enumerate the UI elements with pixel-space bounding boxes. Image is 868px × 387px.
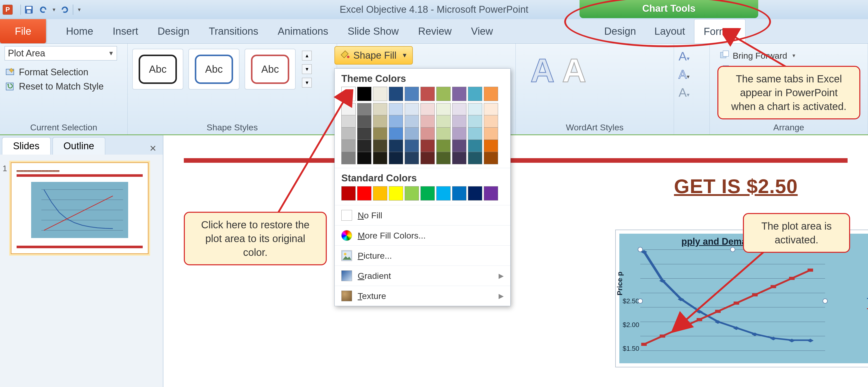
standard-color-swatch[interactable] [436, 186, 451, 200]
chart-legend[interactable]: Demand Supply [867, 292, 868, 315]
tab-animations[interactable]: Animations [268, 19, 338, 43]
theme-color-swatch[interactable] [452, 87, 466, 101]
theme-shade-swatch[interactable] [436, 103, 451, 115]
standard-color-swatch[interactable] [421, 186, 435, 200]
theme-shade-swatch[interactable] [373, 128, 387, 140]
theme-shade-swatch[interactable] [357, 152, 371, 164]
slide-thumbnail-1[interactable]: ▬▬▬▬▬▬▬▬▬▬▬▬ [11, 162, 149, 254]
theme-shade-swatch[interactable] [436, 115, 451, 128]
theme-shade-swatch[interactable] [389, 128, 403, 140]
theme-shade-swatch[interactable] [357, 140, 371, 152]
theme-color-swatch[interactable] [389, 87, 403, 101]
pane-tab-slides[interactable]: Slides [2, 137, 51, 155]
theme-shade-swatch[interactable] [452, 128, 466, 140]
theme-shade-swatch[interactable] [389, 103, 403, 115]
theme-shade-swatch[interactable] [436, 128, 451, 140]
wordart-preset-2[interactable]: A [562, 51, 586, 90]
scroll-down-icon[interactable]: ▾ [302, 64, 312, 74]
theme-shade-swatch[interactable] [484, 140, 498, 152]
theme-color-swatch[interactable] [373, 87, 387, 101]
texture-fill-item[interactable]: Texture ▶ [335, 286, 510, 306]
standard-color-swatch[interactable] [452, 186, 466, 200]
chart-element-selector[interactable]: Plot Area ▼ [5, 46, 117, 61]
wordart-preset-1[interactable]: A [530, 51, 555, 90]
undo-icon[interactable] [38, 5, 48, 14]
standard-color-swatch[interactable] [389, 186, 403, 200]
theme-shade-swatch[interactable] [389, 140, 403, 152]
theme-shade-swatch[interactable] [452, 152, 466, 164]
scroll-up-icon[interactable]: ▴ [302, 51, 312, 61]
theme-shade-swatch[interactable] [484, 103, 498, 115]
standard-color-swatch[interactable] [341, 186, 355, 200]
tab-view[interactable]: View [461, 19, 503, 43]
tab-slideshow[interactable]: Slide Show [338, 19, 408, 43]
theme-shade-swatch[interactable] [405, 128, 419, 140]
gradient-fill-item[interactable]: Gradient ▶ [335, 265, 510, 286]
theme-color-swatch[interactable] [468, 87, 482, 101]
theme-shade-swatch[interactable] [341, 115, 355, 128]
shape-style-preset-1[interactable]: Abc [132, 49, 183, 90]
theme-shade-swatch[interactable] [421, 140, 435, 152]
theme-shade-swatch[interactable] [468, 152, 482, 164]
theme-shade-swatch[interactable] [389, 152, 403, 164]
standard-color-swatch[interactable] [484, 186, 498, 200]
theme-shade-swatch[interactable] [452, 140, 466, 152]
theme-shade-swatch[interactable] [484, 128, 498, 140]
theme-shade-swatch[interactable] [436, 140, 451, 152]
standard-color-swatch[interactable] [373, 186, 387, 200]
theme-color-swatch[interactable] [436, 87, 451, 101]
more-fill-colors-item[interactable]: More Fill Colors... [335, 225, 510, 246]
theme-shade-swatch[interactable] [357, 103, 371, 115]
standard-color-swatch[interactable] [405, 186, 419, 200]
theme-shade-swatch[interactable] [389, 115, 403, 128]
standard-color-swatch[interactable] [468, 186, 482, 200]
gallery-more-icon[interactable]: ▾ [302, 78, 312, 88]
plot-area[interactable]: $2.50 $2.00 $1.50 [640, 249, 826, 353]
theme-color-swatch[interactable] [421, 87, 435, 101]
theme-shade-swatch[interactable] [341, 152, 355, 164]
standard-color-swatch[interactable] [357, 186, 371, 200]
theme-shade-swatch[interactable] [405, 140, 419, 152]
theme-shade-swatch[interactable] [373, 103, 387, 115]
shape-fill-button[interactable]: Shape Fill ▼ [335, 46, 413, 65]
text-effects-icon[interactable]: A▾ [679, 86, 705, 99]
tab-chart-format[interactable]: Format [694, 19, 745, 43]
shape-style-preset-3[interactable]: Abc [245, 49, 296, 90]
theme-shade-swatch[interactable] [468, 103, 482, 115]
bring-forward-button[interactable]: Bring Forward▾ [719, 50, 858, 62]
tab-file[interactable]: File [0, 19, 46, 43]
save-icon[interactable] [24, 5, 34, 14]
theme-color-swatch[interactable] [484, 87, 498, 101]
qat-customize-icon[interactable]: ▾ [78, 6, 81, 13]
theme-shade-swatch[interactable] [373, 140, 387, 152]
theme-shade-swatch[interactable] [405, 115, 419, 128]
theme-shade-swatch[interactable] [373, 115, 387, 128]
tab-chart-design[interactable]: Design [595, 19, 645, 43]
theme-shade-swatch[interactable] [341, 140, 355, 152]
theme-shade-swatch[interactable] [468, 140, 482, 152]
theme-shade-swatch[interactable] [436, 152, 451, 164]
theme-shade-swatch[interactable] [421, 152, 435, 164]
theme-shade-swatch[interactable] [484, 152, 498, 164]
theme-shade-swatch[interactable] [421, 103, 435, 115]
shape-style-preset-2[interactable]: Abc [188, 49, 240, 90]
tab-design[interactable]: Design [148, 19, 199, 43]
reset-to-match-style-button[interactable]: Reset to Match Style [5, 81, 123, 92]
theme-shade-swatch[interactable] [341, 103, 355, 115]
theme-color-swatch[interactable] [341, 87, 355, 101]
tab-transitions[interactable]: Transitions [199, 19, 268, 43]
theme-shade-swatch[interactable] [421, 115, 435, 128]
theme-color-swatch[interactable] [357, 87, 371, 101]
tab-home[interactable]: Home [56, 19, 103, 43]
theme-shade-swatch[interactable] [421, 128, 435, 140]
theme-shade-swatch[interactable] [484, 115, 498, 128]
theme-shade-swatch[interactable] [373, 152, 387, 164]
theme-shade-swatch[interactable] [357, 115, 371, 128]
tab-chart-layout[interactable]: Layout [645, 19, 694, 43]
theme-shade-swatch[interactable] [405, 152, 419, 164]
picture-fill-item[interactable]: Picture... [335, 246, 510, 265]
format-selection-button[interactable]: Format Selection [5, 67, 123, 78]
theme-color-swatch[interactable] [405, 87, 419, 101]
no-fill-item[interactable]: No Fill [335, 205, 510, 225]
theme-shade-swatch[interactable] [468, 128, 482, 140]
